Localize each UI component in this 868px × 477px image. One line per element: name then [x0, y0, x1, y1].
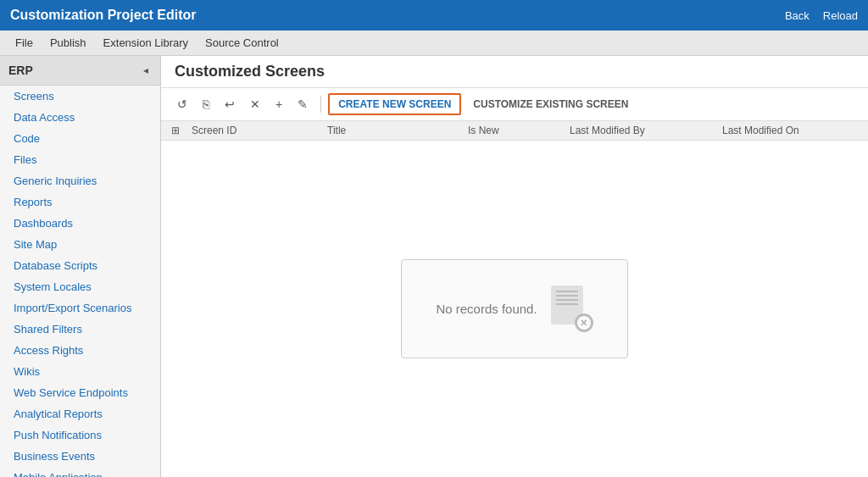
back-link[interactable]: Back [785, 9, 810, 22]
table-col-icon-header: ⊞ [171, 125, 192, 136]
reload-link[interactable]: Reload [823, 9, 858, 22]
app-title: Customization Project Editor [10, 8, 197, 23]
sidebar-item-wikis[interactable]: Wikis [0, 361, 160, 382]
table-grid-icon: ⊞ [171, 125, 180, 136]
sidebar-header: ERP ◂ [0, 56, 160, 86]
col-header-screen-id: Screen ID [192, 125, 327, 136]
sidebar-item-reports[interactable]: Reports [0, 191, 160, 213]
sidebar-item-mobile-application[interactable]: Mobile Application [0, 467, 160, 477]
sidebar-list: Screens Data Access Code Files Generic I… [0, 86, 160, 477]
col-header-modified-on: Last Modified On [722, 125, 858, 136]
sidebar-item-system-locales[interactable]: System Locales [0, 276, 160, 297]
sidebar-item-database-scripts[interactable]: Database Scripts [0, 255, 160, 276]
copy-button[interactable]: ⎘ [197, 94, 215, 114]
table-header: ⊞ Screen ID Title Is New Last Modified B… [161, 121, 868, 141]
sidebar-item-data-access[interactable]: Data Access [0, 107, 160, 128]
sidebar-item-screens[interactable]: Screens [0, 86, 160, 107]
toolbar: ↺ ⎘ ↩ ✕ + ✎ CREATE NEW SCREEN CUSTOMIZE … [161, 88, 868, 121]
menu-item-file[interactable]: File [7, 33, 42, 53]
menu-bar: File Publish Extension Library Source Co… [0, 31, 868, 56]
col-header-is-new: Is New [468, 125, 570, 136]
col-header-modified-by: Last Modified By [570, 125, 722, 136]
delete-button[interactable]: ✕ [244, 94, 266, 114]
sidebar-item-access-rights[interactable]: Access Rights [0, 340, 160, 361]
sidebar-item-shared-filters[interactable]: Shared Filters [0, 319, 160, 340]
no-records-text: No records found. [436, 302, 537, 316]
content-panel: Customized Screens ↺ ⎘ ↩ ✕ + ✎ CREATE NE… [161, 56, 868, 477]
menu-item-extension-library[interactable]: Extension Library [95, 33, 197, 53]
sidebar-item-web-service[interactable]: Web Service Endpoints [0, 382, 160, 403]
doc-circle: ✕ [575, 313, 593, 332]
doc-x-icon: ✕ [580, 319, 587, 328]
sidebar-item-analytical-reports[interactable]: Analytical Reports [0, 403, 160, 424]
top-bar-links: Back Reload [785, 9, 858, 22]
sidebar-item-code[interactable]: Code [0, 128, 160, 149]
sidebar-item-import-export[interactable]: Import/Export Scenarios [0, 297, 160, 319]
no-records-box: No records found. ✕ [401, 259, 627, 358]
add-button[interactable]: + [270, 94, 288, 114]
top-bar: Customization Project Editor Back Reload [0, 0, 868, 31]
sidebar-item-business-events[interactable]: Business Events [0, 446, 160, 467]
sidebar-item-site-map[interactable]: Site Map [0, 234, 160, 255]
undo-button[interactable]: ↩ [219, 94, 241, 114]
menu-item-publish[interactable]: Publish [42, 33, 95, 53]
content-title: Customized Screens [161, 56, 868, 88]
sidebar-item-generic-inquiries[interactable]: Generic Inquiries [0, 170, 160, 191]
sidebar-title: ERP [8, 64, 33, 77]
sidebar-item-push-notifications[interactable]: Push Notifications [0, 424, 160, 446]
customize-existing-screen-button[interactable]: CUSTOMIZE EXISTING SCREEN [465, 95, 637, 114]
table-body: No records found. ✕ [161, 141, 868, 477]
sidebar-item-files[interactable]: Files [0, 149, 160, 170]
no-records-icon: ✕ [551, 286, 593, 332]
main-area: ERP ◂ Screens Data Access Code Files Gen… [0, 56, 868, 477]
sidebar-collapse-button[interactable]: ◂ [140, 63, 152, 78]
sidebar-item-dashboards[interactable]: Dashboards [0, 213, 160, 234]
toolbar-separator [320, 96, 321, 113]
edit-button[interactable]: ✎ [292, 94, 314, 114]
create-new-screen-button[interactable]: CREATE NEW SCREEN [328, 93, 461, 115]
refresh-button[interactable]: ↺ [171, 94, 193, 114]
sidebar: ERP ◂ Screens Data Access Code Files Gen… [0, 56, 161, 477]
menu-item-source-control[interactable]: Source Control [197, 33, 287, 53]
col-header-title: Title [327, 125, 468, 136]
